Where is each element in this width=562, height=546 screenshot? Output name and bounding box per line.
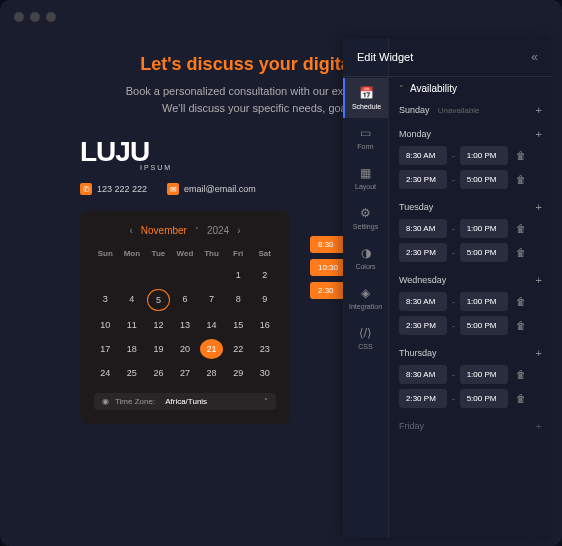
tab-layout[interactable]: ▦Layout (343, 158, 388, 198)
dash: - (452, 321, 455, 330)
day-block: Monday+8:30 AM-1:00 PM🗑2:30 PM-5:00 PM🗑 (399, 128, 542, 189)
add-slot[interactable]: + (536, 128, 542, 140)
min-dot[interactable] (30, 12, 40, 22)
time-slot: 8:30 AM-1:00 PM🗑 (399, 292, 542, 311)
timezone-select[interactable]: ◉ Time Zone: Africa/Tunis ˅ (94, 393, 276, 410)
day-label: Mon (121, 246, 144, 261)
next-month[interactable]: › (237, 225, 240, 236)
trash-icon[interactable]: 🗑 (516, 369, 526, 380)
tab-integration[interactable]: ◈Integration (343, 278, 388, 318)
calendar-day[interactable]: 17 (94, 339, 117, 359)
close-dot[interactable] (14, 12, 24, 22)
calendar-day[interactable]: 11 (121, 315, 144, 335)
time-pill[interactable]: 10:30 (310, 259, 346, 276)
calendar-day[interactable]: 30 (253, 363, 276, 383)
tab-css[interactable]: ⟨/⟩CSS (343, 318, 388, 358)
time-pill[interactable]: 8:30 (310, 236, 346, 253)
end-time[interactable]: 5:00 PM (460, 389, 508, 408)
start-time[interactable]: 2:30 PM (399, 243, 447, 262)
calendar-day[interactable]: 20 (174, 339, 197, 359)
start-time[interactable]: 8:30 AM (399, 292, 447, 311)
calendar-day (121, 265, 144, 285)
section-availability[interactable]: ˅ Availability (399, 83, 542, 94)
calendar-day[interactable]: 4 (121, 289, 144, 311)
month-chevron[interactable]: ˅ (195, 227, 199, 235)
calendar-day[interactable]: 7 (200, 289, 223, 311)
tabs-sidebar: 📅Schedule▭Form▦Layout⚙Settings◑Colors◈In… (343, 38, 389, 538)
calendar-day[interactable]: 21 (200, 339, 223, 359)
tab-schedule[interactable]: 📅Schedule (343, 78, 388, 118)
day-block: Wednesday+8:30 AM-1:00 PM🗑2:30 PM-5:00 P… (399, 274, 542, 335)
day-name: Friday (399, 421, 424, 431)
end-time[interactable]: 1:00 PM (460, 146, 508, 165)
add-slot[interactable]: + (536, 420, 542, 432)
calendar-day[interactable]: 12 (147, 315, 170, 335)
trash-icon[interactable]: 🗑 (516, 174, 526, 185)
email-contact[interactable]: ✉ email@email.com (167, 183, 256, 195)
add-slot[interactable]: + (536, 274, 542, 286)
trash-icon[interactable]: 🗑 (516, 393, 526, 404)
calendar-day[interactable]: 18 (121, 339, 144, 359)
end-time[interactable]: 1:00 PM (460, 292, 508, 311)
calendar-day[interactable]: 27 (174, 363, 197, 383)
calendar-day[interactable]: 29 (227, 363, 250, 383)
colors-icon: ◑ (361, 246, 371, 260)
end-time[interactable]: 1:00 PM (460, 219, 508, 238)
collapse-icon[interactable]: « (531, 50, 538, 64)
calendar-day[interactable]: 5 (147, 289, 170, 311)
dash: - (452, 394, 455, 403)
time-pill[interactable]: 2:30 (310, 282, 346, 299)
calendar-day (174, 265, 197, 285)
trash-icon[interactable]: 🗑 (516, 150, 526, 161)
calendar-day[interactable]: 1 (227, 265, 250, 285)
calendar-day[interactable]: 6 (174, 289, 197, 311)
start-time[interactable]: 2:30 PM (399, 389, 447, 408)
calendar-day[interactable]: 25 (121, 363, 144, 383)
calendar-day[interactable]: 2 (253, 265, 276, 285)
start-time[interactable]: 8:30 AM (399, 365, 447, 384)
start-time[interactable]: 2:30 PM (399, 170, 447, 189)
calendar-day[interactable]: 23 (253, 339, 276, 359)
add-slot[interactable]: + (536, 201, 542, 213)
end-time[interactable]: 1:00 PM (460, 365, 508, 384)
day-header: Thursday+ (399, 347, 542, 359)
edit-panel: Edit Widget « 📅Schedule▭Form▦Layout⚙Sett… (343, 38, 552, 538)
max-dot[interactable] (46, 12, 56, 22)
tab-form[interactable]: ▭Form (343, 118, 388, 158)
calendar-day[interactable]: 8 (227, 289, 250, 311)
tab-settings[interactable]: ⚙Settings (343, 198, 388, 238)
add-slot[interactable]: + (536, 347, 542, 359)
trash-icon[interactable]: 🗑 (516, 223, 526, 234)
calendar-day[interactable]: 13 (174, 315, 197, 335)
time-slot: 8:30 AM-1:00 PM🗑 (399, 146, 542, 165)
start-time[interactable]: 8:30 AM (399, 146, 447, 165)
calendar-day[interactable]: 26 (147, 363, 170, 383)
calendar-day[interactable]: 9 (253, 289, 276, 311)
calendar-day (200, 265, 223, 285)
trash-icon[interactable]: 🗑 (516, 247, 526, 258)
start-time[interactable]: 8:30 AM (399, 219, 447, 238)
calendar-day[interactable]: 15 (227, 315, 250, 335)
end-time[interactable]: 5:00 PM (460, 243, 508, 262)
calendar-day[interactable]: 28 (200, 363, 223, 383)
cal-month[interactable]: November (141, 225, 187, 236)
calendar-day[interactable]: 19 (147, 339, 170, 359)
add-slot[interactable]: + (536, 104, 542, 116)
trash-icon[interactable]: 🗑 (516, 320, 526, 331)
end-time[interactable]: 5:00 PM (460, 170, 508, 189)
tab-colors[interactable]: ◑Colors (343, 238, 388, 278)
calendar-day[interactable]: 14 (200, 315, 223, 335)
phone-contact[interactable]: ✆ 123 222 222 (80, 183, 147, 195)
calendar-day[interactable]: 22 (227, 339, 250, 359)
calendar-day[interactable]: 16 (253, 315, 276, 335)
calendar-header: ‹ November ˅ 2024 › (94, 225, 276, 236)
end-time[interactable]: 5:00 PM (460, 316, 508, 335)
prev-month[interactable]: ‹ (129, 225, 132, 236)
mail-icon: ✉ (167, 183, 179, 195)
calendar-day[interactable]: 24 (94, 363, 117, 383)
start-time[interactable]: 2:30 PM (399, 316, 447, 335)
calendar-day[interactable]: 10 (94, 315, 117, 335)
calendar-day[interactable]: 3 (94, 289, 117, 311)
trash-icon[interactable]: 🗑 (516, 296, 526, 307)
calendar-day (147, 265, 170, 285)
